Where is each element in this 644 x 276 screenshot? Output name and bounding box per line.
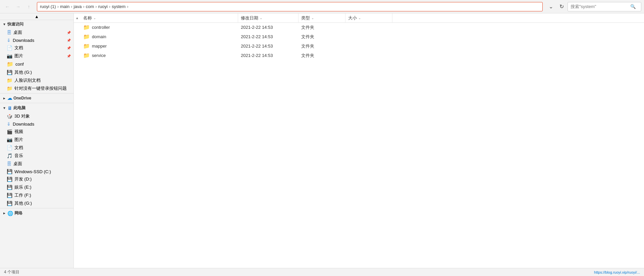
sidebar-item-music[interactable]: 🎵 音乐	[0, 152, 73, 160]
drive-icon: 💾	[7, 70, 12, 75]
drive-icon: 💾	[7, 193, 12, 198]
sidebar: ▲ ▼ 快速访问 🗄 桌面 📌 ⇓ Downloads 📌 📄 文档 📌 📷 图…	[0, 13, 74, 268]
file-list: 📁 controller 2021-2-22 14:53 文件夹 📁 domai…	[74, 23, 644, 268]
document-icon: 📄	[7, 45, 12, 51]
dropdown-button[interactable]: ⌄	[546, 2, 555, 11]
back-button[interactable]: ←	[3, 2, 12, 11]
search-button[interactable]: 🔍	[628, 2, 638, 11]
up-button[interactable]: ↑	[24, 2, 34, 11]
this-pc-header[interactable]: ▼ 🖥 此电脑	[0, 104, 73, 112]
pin-icon: 📌	[67, 46, 71, 50]
toolbar: ← → ↑ ruoyi (1) › main › java › com › ru…	[0, 0, 644, 13]
sidebar-scroll-up[interactable]: ▲	[0, 13, 73, 20]
folder-icon: 📁	[7, 78, 12, 83]
file-date-cell: 2021-2-22 14:53	[238, 34, 299, 39]
folder-icon: 📁	[83, 52, 90, 59]
breadcrumb-java: java	[74, 4, 82, 9]
breadcrumb-com: com	[86, 4, 94, 9]
main-area: ▲ ▼ 快速访问 🗄 桌面 📌 ⇓ Downloads 📌 📄 文档 📌 📷 图…	[0, 13, 644, 268]
sidebar-item-windows-c[interactable]: 💾 Windows-SSD (C:)	[0, 168, 73, 175]
column-header-name[interactable]: 名称 ⌄	[80, 13, 238, 22]
drive-icon: 💾	[7, 185, 12, 190]
sidebar-item-label: 娱乐 (E:)	[14, 184, 71, 190]
file-type-cell: 文件夹	[299, 53, 345, 59]
sidebar-item-note[interactable]: 📁 针对没有一键登录按钮问题	[0, 84, 73, 92]
content-pane: ▲ 名称 ⌄ 修改日期 ⌄ 类型 ⌄ 大小 ⌄	[74, 13, 644, 268]
column-header-size[interactable]: 大小 ⌄	[345, 13, 392, 22]
sidebar-item-documents[interactable]: 📄 文档 📌	[0, 44, 73, 52]
status-bar: 4 个项目 https://blog.ruoyi.vip/ruoyi/...	[0, 268, 644, 276]
quick-access-header[interactable]: ▼ 快速访问	[0, 20, 73, 28]
network-header[interactable]: ► 🌐 网络	[0, 209, 73, 217]
sidebar-item-conf[interactable]: 📁 conf	[0, 60, 73, 68]
sidebar-item-pc-desktop[interactable]: 🗄 桌面	[0, 160, 73, 168]
sort-chevron-icon: ⌄	[93, 16, 96, 20]
table-row[interactable]: 📁 domain 2021-2-22 14:53 文件夹	[74, 32, 644, 42]
breadcrumb-root: ruoyi (1)	[40, 4, 56, 9]
column-header-type[interactable]: 类型 ⌄	[299, 13, 345, 22]
folder-icon: 📁	[7, 86, 12, 91]
folder-icon: 📁	[83, 24, 90, 30]
breadcrumb-system: system	[112, 4, 125, 9]
sidebar-item-3d[interactable]: 🎲 3D 对象	[0, 112, 73, 120]
sidebar-item-label: 视频	[14, 129, 71, 135]
status-link: https://blog.ruoyi.vip/ruoyi/...	[594, 270, 640, 274]
file-name-cell: 📁 controller	[80, 24, 238, 30]
chevron-right-icon: ►	[3, 96, 6, 100]
search-bar: 🔍	[568, 2, 641, 11]
sidebar-item-downloads[interactable]: ⇓ Downloads 📌	[0, 37, 73, 44]
file-date-cell: 2021-2-22 14:53	[238, 25, 299, 30]
refresh-button[interactable]: ↻	[557, 2, 566, 11]
sidebar-item-label: 桌面	[13, 29, 65, 36]
column-header: ▲ 名称 ⌄ 修改日期 ⌄ 类型 ⌄ 大小 ⌄	[74, 13, 644, 23]
sidebar-item-pc-documents[interactable]: 📄 文档	[0, 144, 73, 152]
onedrive-header[interactable]: ► ☁ OneDrive	[0, 94, 73, 102]
chevron-right-icon: ►	[3, 211, 6, 215]
sidebar-item-pc-downloads[interactable]: ⇓ Downloads	[0, 120, 73, 128]
music-icon: 🎵	[7, 153, 12, 158]
desktop-icon: 🗄	[7, 161, 11, 166]
sidebar-item-label: conf	[15, 62, 71, 67]
file-name-cell: 📁 mapper	[80, 43, 238, 49]
sidebar-item-pictures[interactable]: 📷 图片 📌	[0, 52, 73, 60]
sidebar-item-entertainment-e[interactable]: 💾 娱乐 (E:)	[0, 183, 73, 191]
sidebar-item-pc-pictures[interactable]: 📷 图片	[0, 136, 73, 144]
pc-icon: 🖥	[7, 106, 12, 111]
breadcrumb-ruoyi: ruoyi	[98, 4, 108, 9]
sidebar-item-label: 图片	[14, 53, 65, 59]
drive-icon: 💾	[7, 177, 12, 182]
video-icon: 🎬	[7, 129, 12, 134]
sidebar-item-label: Downloads	[13, 122, 71, 127]
forward-button[interactable]: →	[13, 2, 23, 11]
sidebar-item-dev-d[interactable]: 💾 开发 (D:)	[0, 175, 73, 183]
pin-icon: 📌	[67, 39, 71, 42]
address-bar[interactable]: ruoyi (1) › main › java › com › ruoyi › …	[37, 2, 543, 11]
sidebar-item-label: 其他 (G:)	[14, 200, 71, 206]
table-row[interactable]: 📁 controller 2021-2-22 14:53 文件夹	[74, 23, 644, 32]
sidebar-item-work-f[interactable]: 💾 工作 (F:)	[0, 191, 73, 199]
network-icon: 🌐	[7, 211, 13, 216]
sidebar-item-face-doc[interactable]: 📁 人脸识别文档	[0, 76, 73, 84]
sidebar-item-other-g[interactable]: 💾 其他 (G:)	[0, 68, 73, 76]
search-input[interactable]	[568, 4, 628, 9]
sidebar-item-other-g2[interactable]: 💾 其他 (G:)	[0, 199, 73, 207]
sidebar-item-video[interactable]: 🎬 视频	[0, 128, 73, 136]
sort-chevron-icon: ⌄	[311, 16, 314, 20]
sidebar-item-label: 文档	[14, 45, 65, 51]
breadcrumb-main: main	[60, 4, 69, 9]
windows-drive-icon: 💾	[7, 169, 12, 174]
table-row[interactable]: 📁 mapper 2021-2-22 14:53 文件夹	[74, 42, 644, 51]
desktop-icon: 🗄	[7, 30, 11, 35]
column-header-date[interactable]: 修改日期 ⌄	[238, 13, 299, 22]
sidebar-item-label: 其他 (G:)	[14, 69, 71, 75]
file-date-cell: 2021-2-22 14:53	[238, 44, 299, 49]
sort-chevron-icon: ⌄	[358, 16, 361, 20]
folder-icon: 📁	[83, 43, 90, 49]
file-type-cell: 文件夹	[299, 43, 345, 49]
sidebar-item-desktop[interactable]: 🗄 桌面 📌	[0, 28, 73, 37]
table-row[interactable]: 📁 service 2021-2-22 14:53 文件夹	[74, 51, 644, 60]
sidebar-item-label: Downloads	[13, 38, 65, 43]
sidebar-item-label: 开发 (D:)	[14, 176, 71, 182]
document-icon: 📄	[7, 145, 12, 150]
item-count: 4 个项目	[4, 269, 19, 275]
